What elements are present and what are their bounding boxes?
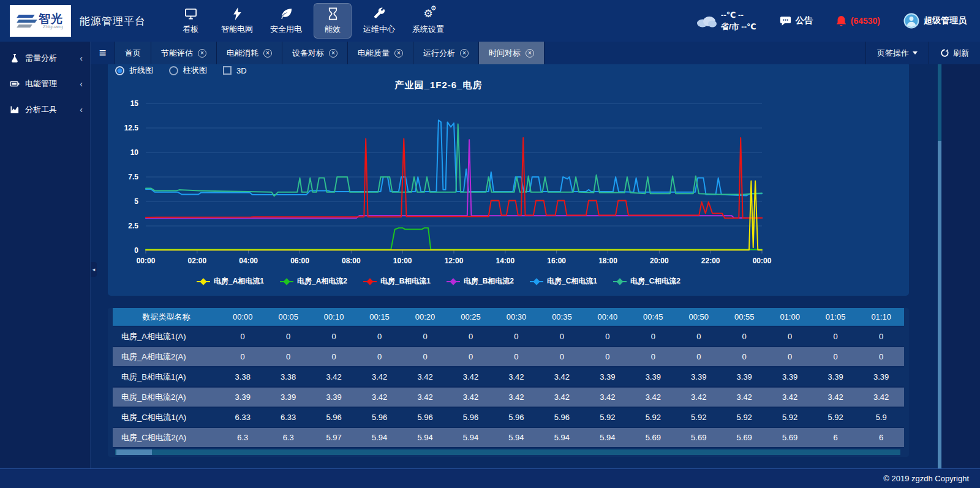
nav-item-4[interactable]: 能效: [314, 3, 352, 39]
svg-text:0: 0: [134, 246, 138, 255]
table-header-cell: 01:00: [767, 308, 812, 327]
nav-item-5[interactable]: 运维中心: [358, 3, 401, 39]
nav-item-1[interactable]: 看板: [172, 3, 209, 39]
value-cell: 6.3: [265, 428, 311, 448]
tab-1[interactable]: 首页: [115, 42, 151, 64]
value-cell: 5.69: [722, 428, 767, 448]
sidebar-item-label: 分析工具: [25, 104, 57, 115]
cloud-icon: [695, 13, 717, 28]
refresh-button[interactable]: 刷新: [929, 42, 980, 64]
svg-text:12:00: 12:00: [445, 257, 464, 265]
horizontal-scrollbar-thumb[interactable]: [116, 449, 152, 455]
tab-operations-button[interactable]: 页签操作: [865, 42, 929, 64]
notice-button[interactable]: 公告: [780, 15, 813, 26]
table-header-cell: 00:45: [630, 308, 676, 327]
tab-2[interactable]: 节能评估×: [151, 42, 217, 64]
vertical-scrollbar[interactable]: [938, 64, 941, 468]
wrench-icon: [372, 7, 386, 21]
checkbox-option-3[interactable]: 3D: [223, 66, 247, 75]
tab-close-icon[interactable]: ×: [526, 49, 534, 58]
legend-marker-icon: [280, 279, 293, 285]
tab-close-icon[interactable]: ×: [329, 49, 337, 58]
checkbox-icon: [223, 66, 232, 75]
table-header-cell: 00:00: [220, 308, 265, 327]
legend-item-1[interactable]: 电房_A相电流1: [197, 276, 264, 287]
tab-close-icon[interactable]: ×: [460, 49, 469, 58]
table-header-cell: 00:20: [402, 308, 448, 327]
option-label: 柱状图: [183, 65, 207, 76]
horizontal-scrollbar[interactable]: [115, 449, 900, 455]
sidebar-collapse-handle[interactable]: ◂: [91, 262, 97, 277]
tab-5[interactable]: 电能质量×: [348, 42, 413, 64]
vertical-scrollbar-thumb[interactable]: [938, 141, 941, 468]
tab-4[interactable]: 设备对标×: [282, 42, 348, 64]
chart-legend: 电房_A相电流1电房_A相电流2电房_B相电流1电房_B相电流2电房_C相电流1…: [108, 276, 769, 287]
value-cell: 5.94: [356, 428, 402, 448]
flask-icon: [10, 53, 20, 63]
value-cell: 5.92: [813, 408, 858, 428]
table-header-cell: 01:10: [858, 308, 904, 327]
tab-close-icon[interactable]: ×: [394, 49, 403, 58]
value-cell: 5.96: [311, 408, 356, 428]
nav-item-label: 安全用电: [270, 24, 302, 35]
sidebar-item-2[interactable]: 电能管理‹: [0, 71, 90, 97]
nav-item-6[interactable]: ⚙⚙系统设置: [407, 3, 450, 39]
value-cell: 0: [311, 347, 356, 367]
legend-item-3[interactable]: 电房_B相电流1: [363, 276, 431, 287]
tab-label: 首页: [125, 48, 141, 59]
value-cell: 6.33: [265, 408, 311, 428]
value-cell: 0: [356, 327, 402, 347]
row-name-cell: 电房_B相电流2(A): [113, 388, 220, 408]
tab-label: 电能消耗: [227, 48, 258, 59]
legend-label: 电房_C相电流2: [630, 276, 680, 287]
chart-title: 产业园_1F2-6_电房: [108, 80, 769, 91]
value-cell: 3.39: [676, 367, 722, 388]
tab-operations-label: 页签操作: [877, 48, 909, 59]
value-cell: 3.42: [448, 367, 493, 388]
table-header-cell: 00:50: [676, 308, 722, 327]
svg-text:02:00: 02:00: [187, 257, 206, 265]
value-cell: 0: [767, 327, 812, 347]
legend-item-4[interactable]: 电房_B相电流2: [447, 276, 514, 287]
tab-7[interactable]: 时间对标×: [479, 42, 545, 64]
nav-item-3[interactable]: 安全用电: [265, 3, 307, 39]
user-menu[interactable]: 超级管理员: [903, 13, 967, 29]
sidebar-item-3[interactable]: 分析工具‹: [0, 97, 90, 122]
svg-text:5: 5: [134, 197, 138, 206]
value-cell: 0: [676, 327, 722, 347]
table-header-cell: 00:10: [311, 308, 356, 327]
legend-label: 电房_A相电流2: [297, 276, 347, 287]
value-cell: 3.42: [767, 388, 812, 408]
chart-icon: [10, 105, 20, 114]
hamburger-menu-icon[interactable]: ≡: [91, 42, 115, 64]
sidebar-item-1[interactable]: 需量分析‹: [0, 45, 90, 71]
svg-text:06:00: 06:00: [290, 257, 309, 265]
radio-option-1[interactable]: 折线图: [115, 65, 153, 76]
value-cell: 6.3: [220, 428, 265, 448]
value-cell: 3.42: [356, 367, 402, 388]
legend-item-6[interactable]: 电房_C相电流2: [613, 276, 680, 287]
value-cell: 5.92: [722, 408, 767, 428]
option-label: 3D: [236, 66, 247, 75]
svg-text:15: 15: [130, 99, 139, 108]
value-cell: 0: [220, 347, 265, 367]
legend-marker-icon: [197, 279, 210, 285]
row-name-cell: 电房_B相电流1(A): [113, 367, 220, 388]
series-line-4: [146, 140, 762, 218]
radio-option-2[interactable]: 柱状图: [169, 65, 207, 76]
nav-item-2[interactable]: 智能电网: [216, 3, 258, 39]
refresh-icon: [940, 48, 949, 58]
legend-label: 电房_B相电流1: [380, 276, 431, 287]
tab-close-icon[interactable]: ×: [198, 49, 206, 58]
value-cell: 3.38: [220, 367, 265, 388]
legend-item-2[interactable]: 电房_A相电流2: [280, 276, 347, 287]
leaf-icon: [279, 7, 293, 21]
tab-6[interactable]: 运行分析×: [413, 42, 479, 64]
value-cell: 3.42: [494, 367, 539, 388]
svg-text:22:00: 22:00: [701, 257, 720, 265]
value-cell: 3.39: [813, 367, 858, 388]
alarm-button[interactable]: (64530): [836, 15, 880, 27]
tab-close-icon[interactable]: ×: [263, 49, 272, 58]
tab-3[interactable]: 电能消耗×: [217, 42, 282, 64]
legend-item-5[interactable]: 电房_C相电流1: [530, 276, 597, 287]
